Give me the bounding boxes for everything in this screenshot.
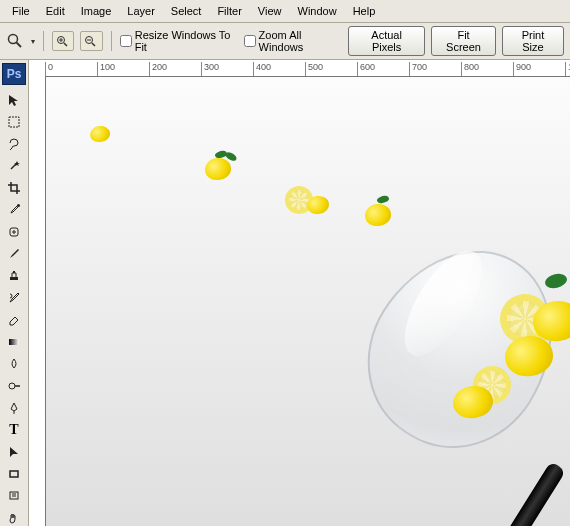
- pen-tool[interactable]: [2, 397, 26, 419]
- lasso-tool[interactable]: [2, 133, 26, 155]
- ruler-tick: 100: [97, 62, 115, 76]
- vertical-ruler[interactable]: [29, 76, 46, 526]
- zoom-out-button[interactable]: [80, 31, 103, 51]
- ruler-tick: 700: [409, 62, 427, 76]
- svg-rect-17: [9, 339, 19, 345]
- canvas-area[interactable]: 0 100 200 300 400 500 600 700 800 900 10…: [29, 60, 570, 526]
- lemon-image: [204, 156, 233, 181]
- marquee-tool[interactable]: [2, 111, 26, 133]
- menu-help[interactable]: Help: [345, 2, 384, 20]
- ruler-tick: 500: [305, 62, 323, 76]
- dodge-tool[interactable]: [2, 375, 26, 397]
- hand-tool[interactable]: [2, 507, 26, 526]
- lemon-image: [89, 125, 111, 144]
- ruler-tick: 600: [357, 62, 375, 76]
- fit-screen-button[interactable]: Fit Screen: [431, 26, 496, 56]
- svg-line-5: [64, 43, 67, 46]
- ruler-tick: 900: [513, 62, 531, 76]
- lemon-image: [306, 195, 330, 216]
- move-tool[interactable]: [2, 89, 26, 111]
- menu-file[interactable]: File: [4, 2, 38, 20]
- gradient-tool[interactable]: [2, 331, 26, 353]
- svg-rect-20: [10, 471, 18, 477]
- lemon-image: [364, 202, 393, 227]
- notes-tool[interactable]: [2, 485, 26, 507]
- actual-pixels-button[interactable]: Actual Pixels: [348, 26, 425, 56]
- toolbox: Ps T: [0, 60, 29, 526]
- menu-filter[interactable]: Filter: [209, 2, 249, 20]
- menu-window[interactable]: Window: [290, 2, 345, 20]
- ruler-tick: 800: [461, 62, 479, 76]
- resize-windows-checkbox[interactable]: Resize Windows To Fit: [120, 29, 238, 53]
- eraser-tool[interactable]: [2, 309, 26, 331]
- resize-windows-label: Resize Windows To Fit: [135, 29, 238, 53]
- menu-view[interactable]: View: [250, 2, 290, 20]
- eyedropper-tool[interactable]: [2, 199, 26, 221]
- type-tool[interactable]: T: [2, 419, 26, 441]
- ruler-tick: 400: [253, 62, 271, 76]
- glass-stem-image: [482, 461, 566, 526]
- menu-select[interactable]: Select: [163, 2, 210, 20]
- menu-bar: File Edit Image Layer Select Filter View…: [0, 0, 570, 23]
- ps-logo-icon: Ps: [2, 63, 26, 85]
- menu-layer[interactable]: Layer: [119, 2, 163, 20]
- path-selection-tool[interactable]: [2, 441, 26, 463]
- svg-rect-15: [10, 277, 18, 280]
- svg-rect-9: [9, 117, 19, 127]
- menu-edit[interactable]: Edit: [38, 2, 73, 20]
- rectangle-tool[interactable]: [2, 463, 26, 485]
- document-content[interactable]: [45, 76, 570, 526]
- zoom-all-label: Zoom All Windows: [259, 29, 343, 53]
- ruler-tick: 1000: [565, 62, 570, 76]
- zoom-all-checkbox[interactable]: Zoom All Windows: [244, 29, 343, 53]
- svg-point-18: [9, 383, 15, 389]
- leaf-image: [543, 270, 569, 292]
- svg-line-8: [92, 43, 95, 46]
- horizontal-ruler[interactable]: 0 100 200 300 400 500 600 700 800 900 10…: [45, 60, 570, 77]
- svg-point-11: [17, 204, 20, 207]
- menu-image[interactable]: Image: [73, 2, 120, 20]
- clone-stamp-tool[interactable]: [2, 265, 26, 287]
- zoom-in-button[interactable]: [52, 31, 75, 51]
- healing-brush-tool[interactable]: [2, 221, 26, 243]
- ruler-origin[interactable]: [29, 60, 46, 77]
- blur-tool[interactable]: [2, 353, 26, 375]
- svg-line-1: [17, 43, 22, 48]
- print-size-button[interactable]: Print Size: [502, 26, 564, 56]
- brush-tool[interactable]: [2, 243, 26, 265]
- dropdown-arrow-icon[interactable]: ▾: [31, 37, 35, 46]
- wand-tool[interactable]: [2, 155, 26, 177]
- zoom-tool-icon[interactable]: [6, 32, 25, 50]
- svg-rect-16: [13, 271, 15, 273]
- ruler-tick: 200: [149, 62, 167, 76]
- glass-foot-image: [544, 517, 570, 526]
- workspace: Ps T 0 100 200 300 400 500 600 700: [0, 60, 570, 526]
- ruler-tick: 300: [201, 62, 219, 76]
- ruler-tick: 0: [45, 62, 53, 76]
- divider: [43, 31, 44, 51]
- history-brush-tool[interactable]: [2, 287, 26, 309]
- svg-point-0: [9, 35, 18, 44]
- options-bar: ▾ Resize Windows To Fit Zoom All Windows…: [0, 23, 570, 60]
- crop-tool[interactable]: [2, 177, 26, 199]
- divider: [111, 31, 112, 51]
